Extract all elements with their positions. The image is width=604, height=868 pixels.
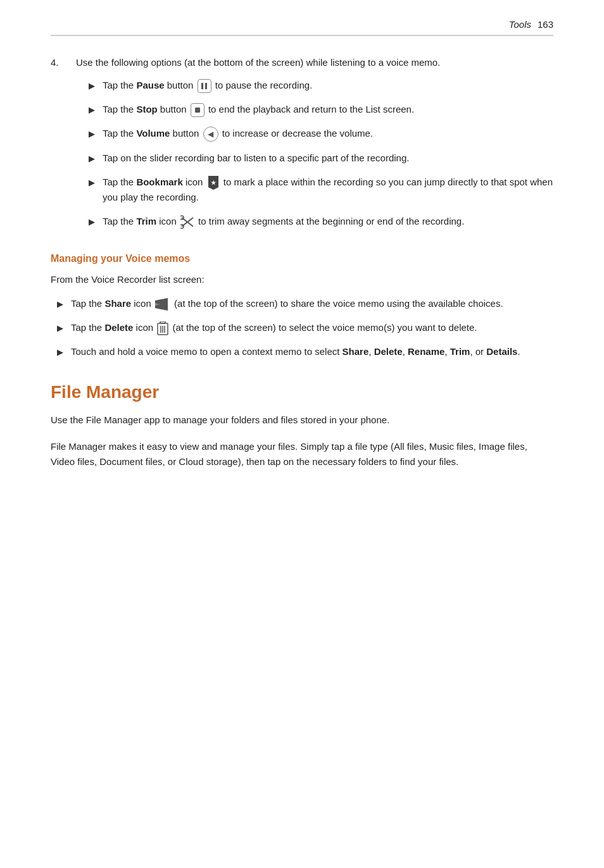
page-container: Tools 163 4. Use the following options (…	[0, 0, 604, 868]
volume-icon: ◀	[203, 127, 218, 142]
managing-section: Managing your Voice memos From the Voice…	[51, 253, 553, 359]
pause-text: Tap the Pause button to pause the record…	[103, 78, 553, 93]
numbered-item-4: 4. Use the following options (at the bot…	[51, 55, 553, 238]
share-text: Tap the Share icon (at the top of the sc…	[71, 296, 553, 311]
playback-bullets: ▶ Tap the Pause button to pause the reco…	[89, 78, 553, 229]
trim-text: Tap the Trim icon to trim away segments …	[103, 214, 553, 229]
managing-heading: Managing your Voice memos	[51, 253, 553, 264]
bullet-slider: ▶ Tap on the slider recording bar to lis…	[89, 151, 553, 166]
bullet-bookmark: ▶ Tap the Bookmark icon ★ to mark a plac…	[89, 175, 553, 205]
managing-intro: From the Voice Recorder list screen:	[51, 272, 553, 287]
svg-rect-9	[160, 321, 165, 323]
volume-text: Tap the Volume button ◀ to increase or d…	[103, 126, 553, 142]
bullet-share: ▶ Tap the Share icon (at the top of the …	[57, 296, 553, 311]
delete-text: Tap the Delete icon (at the top of the s…	[71, 320, 553, 335]
delete-icon	[157, 321, 168, 335]
arrow-icon: ▶	[89, 104, 96, 117]
touchhold-text: Touch and hold a voice memo to open a co…	[71, 344, 553, 359]
item-4-text: Use the following options (at the bottom…	[76, 57, 440, 68]
arrow-icon: ▶	[89, 152, 96, 166]
trim-icon	[180, 215, 194, 229]
share-icon	[155, 298, 170, 311]
arrow-icon: ▶	[89, 128, 96, 141]
arrow-icon: ▶	[57, 322, 65, 335]
item-4-content: Use the following options (at the bottom…	[76, 55, 553, 238]
page-header: Tools 163	[51, 19, 553, 36]
arrow-icon: ▶	[57, 298, 65, 311]
arrow-icon: ▶	[89, 216, 96, 229]
bullet-stop: ▶ Tap the Stop button to end the playbac…	[89, 102, 553, 117]
page-number: 163	[538, 19, 553, 30]
bullet-pause: ▶ Tap the Pause button to pause the reco…	[89, 78, 553, 93]
bookmark-icon: ★	[207, 176, 220, 190]
file-manager-para1: Use the File Manager app to manage your …	[51, 412, 553, 428]
file-manager-para2: File Manager makes it easy to view and m…	[51, 439, 553, 469]
bullet-volume: ▶ Tap the Volume button ◀ to increase or…	[89, 126, 553, 142]
bullet-trim: ▶ Tap the Trim icon	[89, 214, 553, 229]
file-manager-section: File Manager Use the File Manager app to…	[51, 382, 553, 469]
item-number: 4.	[51, 55, 76, 238]
slider-text: Tap on the slider recording bar to liste…	[103, 151, 553, 166]
bookmark-text: Tap the Bookmark icon ★ to mark a place …	[103, 175, 553, 205]
pause-icon	[198, 79, 211, 93]
managing-bullets: ▶ Tap the Share icon (at the top of the …	[57, 296, 553, 359]
stop-icon	[191, 103, 204, 117]
arrow-icon: ▶	[89, 80, 96, 93]
chapter-title: Tools	[509, 19, 531, 30]
main-content: 4. Use the following options (at the bot…	[51, 55, 553, 469]
svg-text:★: ★	[211, 180, 217, 186]
bullet-delete: ▶ Tap the Delete icon (a	[57, 320, 553, 335]
bullet-touchhold: ▶ Touch and hold a voice memo to open a …	[57, 344, 553, 359]
arrow-icon: ▶	[89, 177, 96, 190]
file-manager-heading: File Manager	[51, 382, 553, 402]
arrow-icon: ▶	[57, 346, 65, 359]
stop-text: Tap the Stop button to end the playback …	[103, 102, 553, 117]
